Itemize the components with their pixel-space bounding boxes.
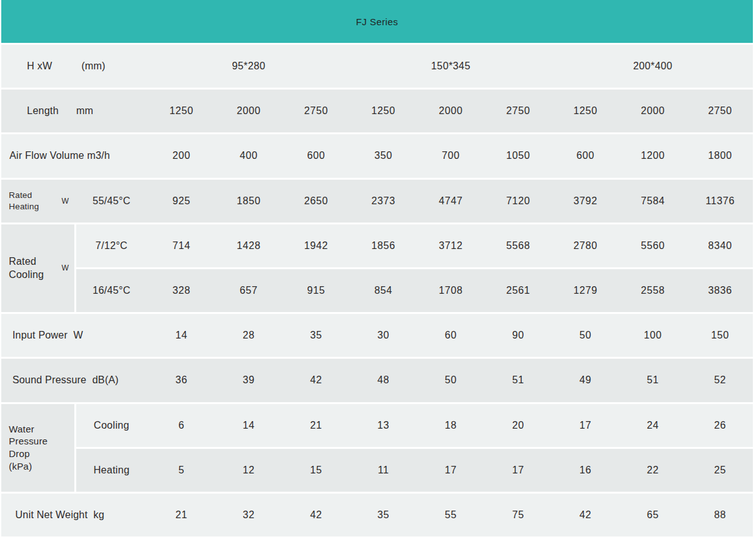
value-cell: 11376 <box>687 180 753 223</box>
value-cell: 1428 <box>216 224 282 267</box>
input-power-row: Input Power W 14283530609050100150 <box>1 314 753 357</box>
value-cell: 32 <box>216 494 282 536</box>
condition-cell: 16/45°C <box>76 269 147 312</box>
value-cell: 100 <box>620 314 685 357</box>
water-pressure-subrows: Cooling 61421131820172426 Heating 512151… <box>76 404 753 492</box>
value-cell: 2650 <box>284 180 349 223</box>
rated-cooling-group: Rated CoolingW 7/12°C 714142819421856371… <box>1 224 753 312</box>
value-cell: 2558 <box>620 269 685 312</box>
value-cell: 3792 <box>553 180 618 223</box>
table-title: FJ Series <box>356 16 398 27</box>
value-cell: 600 <box>284 134 349 177</box>
value-cell: 4747 <box>418 180 484 223</box>
rated-heating-label-wrap: Rated HeatingW <box>9 190 69 212</box>
value-cell: 30 <box>351 314 416 357</box>
size-cell: 95*280 <box>149 45 349 88</box>
condition-cell: 7/12°C <box>76 224 147 267</box>
value-cell: 14 <box>149 314 214 357</box>
water-pressure-label-wrap: Water Pressure Drop (kPa) <box>9 423 69 473</box>
value-cell: 51 <box>620 359 685 402</box>
value-cell: 24 <box>620 404 685 447</box>
value-cell: 42 <box>284 494 349 536</box>
row-label-input-power: Input Power W <box>1 314 147 357</box>
value-cell: 48 <box>351 359 416 402</box>
value-cell: 20 <box>485 404 551 447</box>
value-cell: 16 <box>553 449 618 492</box>
rated-heating-unit: W <box>62 197 69 206</box>
value-cell: 7120 <box>485 180 551 223</box>
value-cell: 1250 <box>351 90 416 132</box>
value-cell: 3836 <box>687 269 753 312</box>
value-cell: 15 <box>284 449 349 492</box>
value-cell: 50 <box>553 314 618 357</box>
value-cell: 18 <box>418 404 484 447</box>
value-cell: 2750 <box>284 90 349 132</box>
length-row: Length mm 125020002750125020002750125020… <box>1 90 753 132</box>
value-cell: 400 <box>216 134 282 177</box>
value-cell: 50 <box>418 359 484 402</box>
value-cell: 854 <box>351 269 416 312</box>
value-cell: 2000 <box>620 90 685 132</box>
water-pressure-drop-group: Water Pressure Drop (kPa) Cooling 614211… <box>1 404 753 492</box>
value-cell: 49 <box>553 359 618 402</box>
row-label-air-flow: Air Flow Volume m3/h <box>1 134 147 177</box>
row-label-sound-pressure: Sound Pressure dB(A) <box>1 359 147 402</box>
value-cell: 65 <box>620 494 685 536</box>
value-cell: 36 <box>149 359 214 402</box>
row-label-unit-net-weight: Unit Net Weight kg <box>1 494 147 536</box>
spec-sheet-page: FJ Series H xW (mm) 95*280 150*345 200*4… <box>0 0 756 539</box>
water-pressure-heating-row: Heating 51215111717162225 <box>76 449 753 492</box>
value-cell: 1250 <box>553 90 618 132</box>
condition-cell: 55/45°C <box>76 180 147 223</box>
value-cell: 1800 <box>687 134 753 177</box>
row-label-water-pressure-drop: Water Pressure Drop (kPa) <box>1 404 74 492</box>
value-cell: 915 <box>284 269 349 312</box>
value-cell: 28 <box>216 314 282 357</box>
water-pressure-cooling-row: Cooling 61421131820172426 <box>76 404 753 447</box>
value-cell: 22 <box>620 449 685 492</box>
value-cell: 51 <box>485 359 551 402</box>
rated-cooling-16-45-row: 16/45°C 32865791585417082561127925583836 <box>76 269 753 312</box>
rated-cooling-label-wrap: Rated CoolingW <box>9 255 69 281</box>
value-cell: 2373 <box>351 180 416 223</box>
value-cell: 2750 <box>687 90 753 132</box>
row-label-hxw: H xW (mm) <box>1 45 147 88</box>
value-cell: 1050 <box>485 134 551 177</box>
value-cell: 2000 <box>418 90 484 132</box>
condition-cell: Heating <box>76 449 147 492</box>
value-cell: 3712 <box>418 224 484 267</box>
value-cell: 88 <box>687 494 753 536</box>
value-cell: 21 <box>284 404 349 447</box>
value-cell: 5560 <box>620 224 685 267</box>
row-label-length: Length mm <box>1 90 147 132</box>
rated-heating-row: Rated HeatingW 55/45°C 92518502650237347… <box>1 180 753 223</box>
value-cell: 8340 <box>687 224 753 267</box>
rated-cooling-unit: W <box>62 264 69 272</box>
value-cell: 17 <box>418 449 484 492</box>
value-cell: 200 <box>149 134 214 177</box>
size-cell: 200*400 <box>553 45 753 88</box>
value-cell: 17 <box>485 449 551 492</box>
value-cell: 714 <box>149 224 214 267</box>
air-flow-row: Air Flow Volume m3/h 2004006003507001050… <box>1 134 753 177</box>
value-cell: 2000 <box>216 90 282 132</box>
condition-cell: Cooling <box>76 404 147 447</box>
value-cell: 42 <box>284 359 349 402</box>
value-cell: 26 <box>687 404 753 447</box>
value-cell: 1279 <box>553 269 618 312</box>
value-cell: 35 <box>284 314 349 357</box>
value-cell: 350 <box>351 134 416 177</box>
value-cell: 14 <box>216 404 282 447</box>
value-cell: 12 <box>216 449 282 492</box>
value-cell: 700 <box>418 134 484 177</box>
value-cell: 657 <box>216 269 282 312</box>
fj-series-spec-table: FJ Series H xW (mm) 95*280 150*345 200*4… <box>1 0 753 536</box>
value-cell: 600 <box>553 134 618 177</box>
water-pressure-drop-label: Water Pressure Drop (kPa) <box>9 423 53 473</box>
value-cell: 6 <box>149 404 214 447</box>
value-cell: 42 <box>553 494 618 536</box>
value-cell: 55 <box>418 494 484 536</box>
value-cell: 2750 <box>485 90 551 132</box>
value-cell: 90 <box>485 314 551 357</box>
value-cell: 1200 <box>620 134 685 177</box>
